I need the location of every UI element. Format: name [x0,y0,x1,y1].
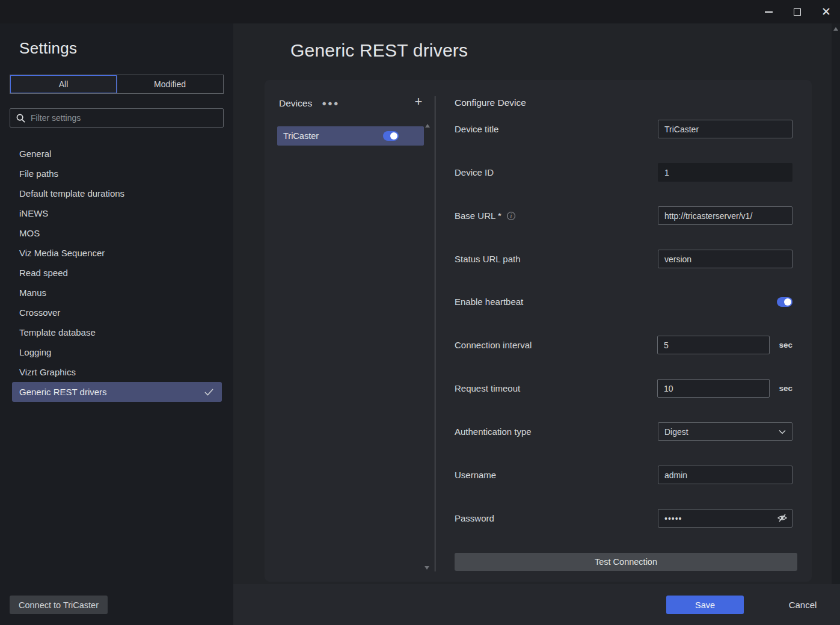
footer-action-bar: Save Cancel [233,584,840,625]
chevron-down-icon [779,429,786,434]
password-input[interactable] [658,509,792,528]
window-controls: ✕ [758,0,836,23]
sidebar-item-viz-media-sequencer[interactable]: Viz Media Sequencer [0,243,233,263]
base-url-input[interactable] [658,206,792,225]
device-list: TriCaster [277,126,424,146]
sidebar-title: Settings [19,39,77,58]
password-row: Password [455,509,792,528]
heartbeat-row: Enable heartbeat [455,292,792,311]
devices-header-label: Devices [279,98,312,109]
auth-type-select[interactable]: Digest [658,422,792,441]
settings-category-list: General File paths Default template dura… [0,144,233,402]
device-title-label: Device title [455,124,498,134]
main-content: Generic REST drivers Devices ●●● + TriCa… [233,23,840,625]
device-list-scroll-up-icon[interactable] [425,124,430,128]
request-timeout-input[interactable] [657,379,770,398]
devices-header: Devices ●●● [279,98,340,109]
tab-all[interactable]: All [10,75,117,93]
device-enabled-toggle[interactable] [383,131,399,141]
filter-settings-input[interactable] [31,113,217,123]
device-title-row: Device title [455,120,792,138]
save-button[interactable]: Save [666,596,744,614]
add-device-button[interactable]: + [411,94,426,109]
test-connection-button[interactable]: Test Connection [455,553,797,571]
status-url-label: Status URL path [455,254,521,264]
sidebar-item-template-database[interactable]: Template database [0,322,233,342]
request-timeout-row: Request timeout sec [455,379,792,398]
sidebar-item-read-speed[interactable]: Read speed [0,263,233,283]
connection-interval-row: Connection interval sec [455,336,792,354]
rest-drivers-panel: Devices ●●● + TriCaster Configure Device… [265,80,812,582]
request-timeout-unit: sec [779,384,792,393]
sidebar-item-manus[interactable]: Manus [0,283,233,303]
search-icon [16,114,25,123]
heartbeat-label: Enable heartbeat [455,297,523,307]
status-url-input[interactable] [658,250,792,268]
request-timeout-label: Request timeout [455,383,520,393]
password-label: Password [455,513,494,523]
settings-filter-tabs: AllModified [10,75,224,94]
username-row: Username [455,466,792,484]
username-label: Username [455,470,496,480]
main-scrollbar[interactable] [832,23,840,584]
device-id-row: Device ID [455,163,792,182]
settings-sidebar: Settings AllModified General File paths … [0,23,233,625]
sidebar-item-inews[interactable]: iNEWS [0,203,233,223]
connection-interval-input[interactable] [657,336,770,354]
cancel-button[interactable]: Cancel [761,596,840,614]
auth-type-value: Digest [664,427,688,437]
username-input[interactable] [658,466,792,484]
eye-slash-icon[interactable] [777,513,788,523]
base-url-row: Base URL * i [455,206,792,225]
minimize-icon[interactable] [758,3,779,21]
devices-column: Devices ●●● + TriCaster [265,80,435,582]
sidebar-item-vizrt-graphics[interactable]: Vizrt Graphics [0,362,233,382]
page-title: Generic REST drivers [290,40,468,61]
sidebar-item-default-template-durations[interactable]: Default template durations [0,183,233,203]
sidebar-item-file-paths[interactable]: File paths [0,164,233,183]
sidebar-item-general[interactable]: General [0,144,233,164]
device-item-tricaster[interactable]: TriCaster [277,126,424,146]
device-id-field [658,163,792,182]
device-list-scroll-down-icon[interactable] [425,566,429,570]
base-url-label: Base URL * [455,211,501,221]
scroll-up-icon[interactable] [833,27,838,31]
device-title-input[interactable] [658,120,792,138]
connection-interval-label: Connection interval [455,340,532,350]
auth-type-label: Authentication type [455,426,532,437]
window-titlebar: ✕ [0,0,840,23]
ellipsis-icon[interactable]: ●●● [322,100,340,106]
sidebar-item-mos[interactable]: MOS [0,223,233,243]
info-icon[interactable]: i [507,212,515,220]
check-icon [204,389,213,396]
sidebar-item-logging[interactable]: Logging [0,342,233,362]
connection-interval-unit: sec [779,340,792,349]
sidebar-item-generic-rest-drivers[interactable]: Generic REST drivers [12,382,222,402]
configure-device-title: Configure Device [455,97,526,108]
filter-settings-box [10,108,224,128]
maximize-icon[interactable] [787,3,808,21]
plus-icon: + [415,94,423,109]
status-url-row: Status URL path [455,250,792,268]
connect-to-tricaster-button[interactable]: Connect to TriCaster [10,596,108,614]
auth-type-row: Authentication type Digest [455,422,792,441]
configure-device-column: Configure Device Device title Device ID … [435,80,812,582]
close-icon[interactable]: ✕ [816,3,836,21]
tab-modified[interactable]: Modified [117,75,223,93]
heartbeat-toggle[interactable] [777,297,792,307]
sidebar-item-crossover[interactable]: Crossover [0,303,233,322]
device-id-label: Device ID [455,167,494,177]
